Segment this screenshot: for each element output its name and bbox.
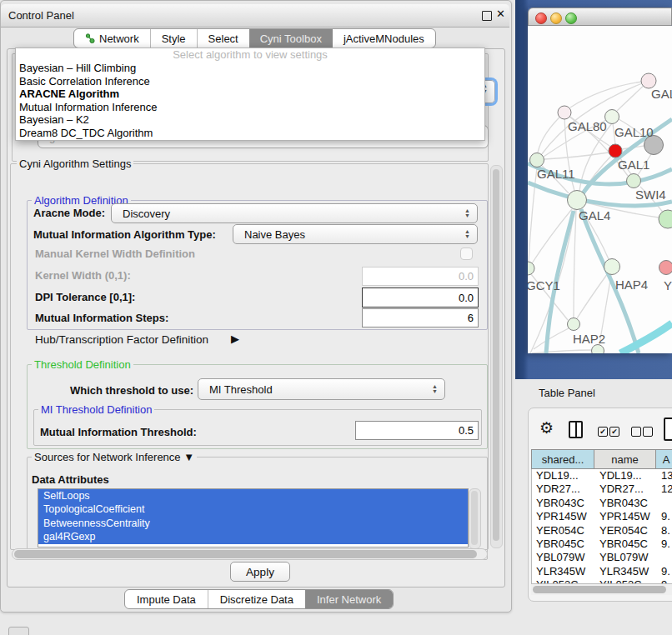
minimize-traffic-light-icon[interactable] xyxy=(550,12,562,24)
table-hscrollbar[interactable] xyxy=(531,583,672,595)
algorithm-option[interactable]: Dream8 DC_TDC Algorithm xyxy=(16,127,484,140)
hub-expand-arrow-icon[interactable]: ▶ xyxy=(231,332,239,345)
document-icon[interactable] xyxy=(664,418,672,441)
settings-hscrollbar-thumb[interactable] xyxy=(14,550,477,558)
control-panel-titlebar[interactable] xyxy=(1,4,509,28)
bottom-tab-impute-data[interactable]: Impute Data xyxy=(125,590,208,608)
network-edge[interactable] xyxy=(570,81,649,108)
network-node-y[interactable] xyxy=(659,261,672,275)
table-cell xyxy=(657,551,672,564)
network-edge[interactable] xyxy=(534,328,569,349)
algorithm-option[interactable]: Basic Correlation Inference xyxy=(16,75,484,88)
network-node-gal11[interactable] xyxy=(530,153,544,168)
table-row[interactable]: YBR043CYBR043C xyxy=(532,497,672,510)
table-header: shared...nameA xyxy=(531,449,672,469)
column-header-name[interactable]: name xyxy=(594,449,656,469)
kernel-width-field[interactable]: 0.0 xyxy=(362,267,479,286)
float-window-icon[interactable] xyxy=(482,11,492,21)
network-edge[interactable] xyxy=(620,323,672,353)
network-node-hap2[interactable] xyxy=(568,318,580,331)
settings-scrollbar[interactable] xyxy=(490,165,503,548)
node-label: GAL11 xyxy=(537,167,575,181)
tab-label: Cyni Toolbox xyxy=(260,32,322,45)
table-row[interactable]: YER054CYER054C8. xyxy=(532,524,672,538)
settings-scrollbar-thumb[interactable] xyxy=(493,169,499,541)
attribute-item[interactable]: SelfLoops xyxy=(38,489,468,502)
which-threshold-label: Which threshold to use: xyxy=(70,384,193,397)
close-icon[interactable]: ✕ xyxy=(496,8,505,20)
tab-network[interactable]: Network xyxy=(74,29,150,48)
table-cell: YER054C xyxy=(532,524,595,538)
dpi-tolerance-field[interactable]: 0.0 xyxy=(362,288,479,308)
mi-threshold-field[interactable]: 0.5 xyxy=(355,421,479,440)
network-window-titlebar[interactable] xyxy=(528,8,672,26)
bottom-tab-infer-network[interactable]: Infer Network xyxy=(305,590,393,608)
manual-kernel-checkbox[interactable] xyxy=(460,248,473,260)
network-node-hap4[interactable] xyxy=(604,259,620,275)
sources-group-title[interactable]: Sources for Network Inference ▼ xyxy=(32,451,197,463)
network-node-gal80[interactable] xyxy=(558,106,571,119)
attribute-list-scrollbar[interactable] xyxy=(469,488,481,549)
table-cell: YLR345W xyxy=(595,565,657,578)
close-traffic-light-icon[interactable] xyxy=(535,12,547,24)
column-header-a[interactable]: A xyxy=(656,449,672,469)
deselect-all-checkbox-icon[interactable] xyxy=(643,427,653,437)
network-node-swi4[interactable] xyxy=(627,174,641,188)
tab-select[interactable]: Select xyxy=(197,29,249,48)
table-row[interactable]: YBR045CYBR045C9. xyxy=(532,538,672,551)
dock-panel-icon[interactable] xyxy=(8,627,29,635)
mi-threshold-group-title: MI Threshold Definition xyxy=(38,403,154,416)
attribute-list-scrollbar-thumb[interactable] xyxy=(471,491,478,545)
network-node-gcy1[interactable] xyxy=(528,262,534,275)
network-edge[interactable] xyxy=(574,210,576,318)
table-row[interactable]: YDL19...YDL19...13 xyxy=(532,469,672,482)
table-row[interactable]: YBL079WYBL079W xyxy=(532,551,672,564)
mi-steps-field[interactable]: 6 xyxy=(362,308,479,328)
mi-type-combo[interactable]: Naive Bayes ▲▼ xyxy=(233,224,478,244)
network-edge[interactable] xyxy=(541,81,649,155)
algorithm-option[interactable]: Bayesian – K2 xyxy=(16,113,484,127)
combo-arrows-icon: ▲▼ xyxy=(432,384,438,394)
sources-collapse-arrow-icon[interactable]: ▼ xyxy=(183,451,194,463)
bottom-tab-discretize-data[interactable]: Discretize Data xyxy=(208,590,305,608)
table-hscrollbar-thumb[interactable] xyxy=(533,586,666,593)
tab-style[interactable]: Style xyxy=(150,29,197,48)
apply-button[interactable]: Apply xyxy=(230,562,290,582)
tab-cyni-toolbox[interactable]: Cyni Toolbox xyxy=(249,29,333,48)
select-all-checkbox-icon[interactable]: ✔ xyxy=(598,427,608,437)
algorithm-option[interactable]: ARACNE Algorithm xyxy=(16,88,484,101)
table-row[interactable]: YPR145WYPR145W9. xyxy=(532,510,672,523)
which-threshold-combo[interactable]: MI Threshold ▲▼ xyxy=(198,378,445,400)
aracne-mode-combo[interactable]: Discovery ▲▼ xyxy=(111,203,478,223)
deselect-all-checkbox-icon[interactable] xyxy=(631,427,641,437)
network-edge[interactable] xyxy=(532,350,592,353)
network-node[interactable] xyxy=(659,210,672,228)
algorithm-option[interactable]: Bayesian – Hill Climbing xyxy=(16,62,484,75)
hub-definition-label[interactable]: Hub/Transcription Factor Definition xyxy=(35,333,208,346)
table-cell: YBL079W xyxy=(595,551,657,564)
select-all-checkbox-icon[interactable]: ✔ xyxy=(609,427,619,437)
table-row[interactable]: YDR27...YDR27...12 xyxy=(532,482,672,496)
network-node-gal10[interactable] xyxy=(605,110,619,124)
table-row[interactable]: YLR345WYLR345W9. xyxy=(532,565,672,578)
network-node-gal1[interactable] xyxy=(609,144,622,158)
table-cell: YBL079W xyxy=(532,551,595,564)
algorithm-option[interactable]: Mutual Information Inference xyxy=(16,101,484,114)
attribute-item[interactable]: BetweennessCentrality xyxy=(38,517,468,530)
column-header-shared[interactable]: shared... xyxy=(531,449,594,469)
settings-hscrollbar[interactable] xyxy=(12,548,488,560)
attribute-item[interactable]: gal4RGexp xyxy=(38,530,468,543)
gear-icon[interactable]: ⚙ xyxy=(539,420,554,437)
column-layout-icon[interactable] xyxy=(569,421,583,438)
network-node-gal4[interactable] xyxy=(568,191,587,210)
network-node[interactable] xyxy=(592,345,604,354)
network-edge[interactable] xyxy=(544,152,609,159)
tab-jactivemnodules[interactable]: jActiveMNodules xyxy=(333,29,435,48)
table-cell: 8. xyxy=(657,524,672,538)
algorithm-dropdown-items: Bayesian – Hill ClimbingBasic Correlatio… xyxy=(16,62,484,140)
aracne-mode-value: Discovery xyxy=(112,208,170,220)
network-canvas[interactable]: GALGAL80GAL10GAL1GAL11SWI4GAL4GCY1HAP4YH… xyxy=(528,26,672,353)
network-edge[interactable] xyxy=(577,273,608,318)
zoom-traffic-light-icon[interactable] xyxy=(565,12,577,24)
attribute-item[interactable]: TopologicalCoefficient xyxy=(38,502,468,516)
